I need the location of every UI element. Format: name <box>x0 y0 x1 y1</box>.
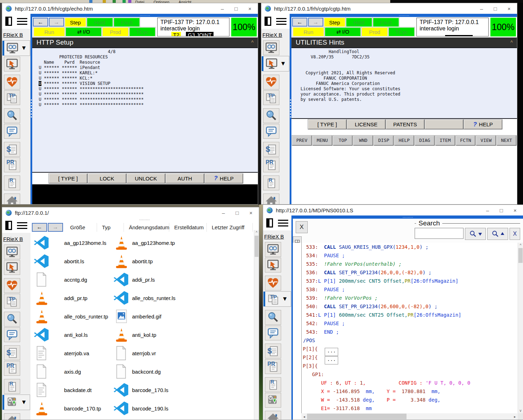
vertical-scrollbar[interactable]: ^ <box>254 230 259 420</box>
file-item[interactable]: accntg.dg <box>32 270 112 289</box>
scroll-up-icon[interactable]: ^ <box>518 243 523 248</box>
vertical-drag-handle[interactable] <box>31 99 32 118</box>
file-item[interactable]: abortit.ls <box>32 252 112 270</box>
sidebar-item-power-status[interactable] <box>265 393 291 408</box>
file-item[interactable]: barcode_190.ls <box>112 399 254 418</box>
friex-link[interactable]: FRieX B <box>261 29 290 40</box>
sidebar-button-dollar-doc[interactable] <box>4 345 20 360</box>
sidebar-button-pr-doc[interactable] <box>4 157 20 172</box>
minimize-button[interactable]: – <box>480 6 483 12</box>
dropdown-triangle-icon[interactable]: ▼ <box>282 295 288 303</box>
sidebar-item-screen-glasses[interactable] <box>4 244 30 259</box>
sidebar-item-tp-docs[interactable]: ▼ <box>265 291 291 307</box>
file-item[interactable]: anti_kol.ls <box>32 326 112 344</box>
sidebar-item-tp-docs[interactable] <box>4 90 30 105</box>
sidebar-button-search[interactable] <box>4 108 20 123</box>
column-header-modified[interactable]: Änderungsdatum <box>124 223 169 232</box>
close-button[interactable]: × <box>507 6 511 12</box>
back-button[interactable]: ← <box>292 18 307 27</box>
titlebar[interactable]: http://127.0.0.1/MD/PNS0010.LS – □ × <box>263 205 523 215</box>
back-button[interactable]: ← <box>33 18 48 27</box>
friex-link[interactable]: FRieX B <box>263 230 291 242</box>
softkey-help[interactable]: ?HELP <box>464 120 502 129</box>
sidebar-button-dollar-doc[interactable] <box>4 142 20 157</box>
scroll-up-icon[interactable]: ^ <box>254 230 259 235</box>
scroll-left-icon[interactable]: ◂ <box>301 413 307 420</box>
sidebar-item-dollar-doc[interactable] <box>4 345 30 360</box>
collapse-caret-icon[interactable]: ^ <box>510 40 513 45</box>
sidebar-item-pr-doc[interactable] <box>265 359 291 374</box>
sidebar-item-screen-hand[interactable] <box>4 260 30 275</box>
titlebar[interactable]: http://127.0.0.1/frh/cgtp/echo.htm – □ × <box>2 3 258 14</box>
sidebar-item-home[interactable] <box>4 413 30 420</box>
sidebar-item-r-doc[interactable] <box>263 176 290 190</box>
file-item[interactable]: addi_pr.ls <box>112 270 254 289</box>
friex-link[interactable]: FRieX B <box>2 29 30 40</box>
softkey-type[interactable]: [ TYPE ] <box>49 174 87 183</box>
close-button[interactable]: × <box>248 6 251 12</box>
sidebar-item-tp-docs[interactable] <box>263 90 290 105</box>
collapsed-block[interactable]: ... <box>325 356 338 364</box>
sidebar-item-screen-hand[interactable] <box>4 57 30 71</box>
sidebar-button-home[interactable] <box>263 194 279 204</box>
close-button[interactable]: × <box>249 210 252 216</box>
contrast-icon[interactable] <box>266 218 273 228</box>
sidebar-item-search[interactable] <box>4 312 30 327</box>
sidebar-item-pr-doc[interactable] <box>4 361 30 376</box>
find-previous-button[interactable] <box>487 228 508 240</box>
sidebar-item-home[interactable] <box>263 194 290 204</box>
minimize-button[interactable]: – <box>486 207 489 213</box>
hardkey-diag[interactable]: DIAG <box>415 136 434 145</box>
hamburger-menu-icon[interactable] <box>17 222 27 229</box>
sidebar-item-screen-glasses[interactable]: ▼ <box>4 40 30 56</box>
dropdown-triangle-icon[interactable]: ▼ <box>21 45 27 52</box>
file-item[interactable] <box>32 418 112 420</box>
hardkey-menu[interactable]: MENU <box>313 136 332 145</box>
vertical-drag-handle[interactable] <box>290 99 291 118</box>
sidebar-button-tp-docs[interactable] <box>265 292 282 306</box>
file-item[interactable]: addi_pr.tp <box>32 289 112 307</box>
sidebar-button-screen-glasses[interactable] <box>263 40 279 55</box>
vertical-scrollbar[interactable]: ^ v <box>518 243 523 413</box>
sidebar-button-search[interactable] <box>265 310 281 325</box>
sidebar-item-search[interactable] <box>265 310 291 325</box>
clear-search-button[interactable]: X <box>510 228 520 240</box>
column-header-size[interactable]: Größe <box>65 223 97 232</box>
file-item[interactable]: backcont.dg <box>112 362 254 381</box>
sidebar-button-screen-glasses[interactable] <box>265 242 281 257</box>
drag-handle[interactable]: ........ <box>30 218 259 221</box>
softkey-license[interactable]: LICENSE <box>347 120 385 129</box>
file-item[interactable]: aa_gp123home.tp <box>112 234 254 252</box>
sidebar-button-tp-docs[interactable] <box>263 90 279 105</box>
column-header-accessed[interactable]: Letzter Zugriff <box>207 223 253 232</box>
sidebar-item-dollar-doc[interactable] <box>265 344 291 358</box>
sidebar-button-heart-pulse[interactable] <box>4 278 20 293</box>
sidebar-item-r-doc[interactable] <box>4 379 30 394</box>
scroll-right-icon[interactable]: ▸ <box>512 413 518 420</box>
sidebar-item-power-status[interactable]: ▼ <box>4 395 30 410</box>
sidebar-button-search[interactable] <box>4 312 20 327</box>
sidebar-item-heart-pulse[interactable] <box>4 75 30 90</box>
bg-menu-item-datei[interactable]: Datei <box>135 0 144 3</box>
find-next-button[interactable] <box>465 228 486 240</box>
file-item[interactable]: amberled.gif <box>112 307 254 326</box>
sidebar-item-dollar-doc[interactable] <box>4 142 30 157</box>
horizontal-scrollbar[interactable]: ◂ ▸ <box>301 413 518 420</box>
drag-handle[interactable]: ........ <box>32 14 258 17</box>
close-view-button[interactable]: X <box>296 221 308 233</box>
file-item[interactable]: aterrjob.vr <box>112 344 254 362</box>
sidebar-item-heart-pulse[interactable] <box>263 75 290 90</box>
sidebar-button-heart-pulse[interactable] <box>265 276 281 290</box>
drag-handle[interactable]: ........ <box>293 215 523 219</box>
sidebar-button-power-status[interactable] <box>265 393 281 408</box>
sidebar-item-tp-docs[interactable] <box>4 294 30 309</box>
contrast-icon[interactable] <box>5 221 12 230</box>
bg-menu-item-ansicht[interactable]: Ansicht <box>178 0 191 3</box>
sidebar-button-comment[interactable] <box>265 326 281 340</box>
drag-handle[interactable]: ........ <box>291 14 517 17</box>
softkey-type[interactable]: [ TYPE ] <box>308 120 346 129</box>
sidebar-item-comment[interactable] <box>4 327 30 342</box>
sidebar-button-tp-docs[interactable] <box>4 294 20 309</box>
contrast-icon[interactable] <box>5 17 12 26</box>
sidebar-item-r-doc[interactable] <box>4 176 30 190</box>
